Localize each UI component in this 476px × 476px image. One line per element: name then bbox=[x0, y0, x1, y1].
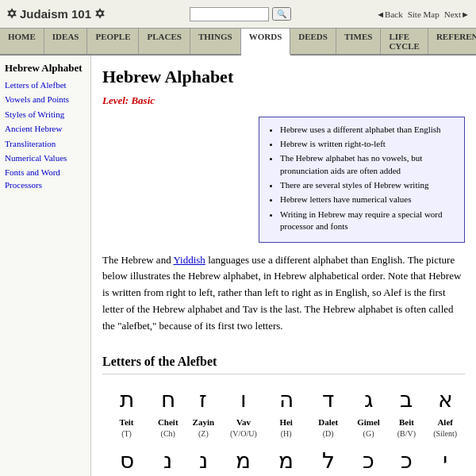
sidebar-link[interactable]: Letters of Alefbet bbox=[5, 79, 86, 91]
alefbet-cell: ד Dalet (D) bbox=[307, 381, 350, 442]
nav-item-places[interactable]: PLACES bbox=[139, 29, 190, 54]
hebrew-alphabet-table: ת Teit (T)ח Cheit (Ch)ז Zayin (Z)ו Vav bbox=[102, 381, 465, 476]
hebrew-char: נ bbox=[152, 444, 183, 476]
hebrew-char: ה bbox=[267, 383, 305, 416]
hebrew-char: מ bbox=[267, 444, 305, 476]
hebrew-char: ס bbox=[104, 444, 149, 476]
nav-item-words[interactable]: WORDS bbox=[241, 29, 291, 56]
nav-item-things[interactable]: THINGS bbox=[190, 29, 241, 54]
sidebar-heading: Hebrew Alphabet bbox=[5, 62, 86, 75]
hebrew-char: ד bbox=[309, 383, 348, 416]
nav-right: ◄Back Site Map Next► bbox=[376, 10, 470, 19]
alefbet-cell: ח Cheit (Ch) bbox=[151, 381, 185, 442]
alefbet-section: ת Teit (T)ח Cheit (Ch)ז Zayin (Z)ו Vav bbox=[102, 381, 465, 476]
alefbet-cell: כ Khaf (Kh) bbox=[350, 442, 388, 476]
letter-name: Teit bbox=[104, 416, 149, 428]
letter-trans: (D) bbox=[309, 428, 348, 440]
alefbet-section-title: Letters of the Alefbet bbox=[102, 352, 465, 374]
hebrew-char: ז bbox=[186, 383, 220, 416]
infobox-item: There are several styles of Hebrew writi… bbox=[280, 179, 456, 191]
hebrew-char: ו bbox=[223, 383, 263, 416]
top-bar: ✡ Judaism 101 ✡ 🔍 ◄Back Site Map Next► bbox=[0, 0, 476, 29]
letter-name: Vav bbox=[223, 416, 263, 428]
alefbet-cell: נ Nun (N) bbox=[185, 442, 221, 476]
alefbet-cell: נ Nun (N) bbox=[151, 442, 185, 476]
hebrew-char: כ bbox=[351, 444, 386, 476]
alefbet-cell: ב Beit (B/V) bbox=[387, 381, 425, 442]
letter-name: Dalet bbox=[309, 416, 348, 428]
alefbet-cell: ו Vav (V/O/U) bbox=[221, 381, 265, 442]
alefbet-cell: מ Mem (M) bbox=[266, 442, 307, 476]
yiddish-link[interactable]: Yiddish bbox=[173, 254, 205, 266]
search-area: 🔍 bbox=[190, 7, 291, 21]
back-link[interactable]: ◄Back bbox=[376, 10, 403, 19]
letter-trans: (T) bbox=[104, 428, 149, 440]
page-title: Hebrew Alphabet bbox=[102, 63, 465, 90]
infobox-item: Hebrew letters have numerical values bbox=[280, 194, 456, 205]
infobox-item: Writing in Hebrew may require a special … bbox=[280, 209, 456, 233]
hebrew-char: י bbox=[427, 444, 463, 476]
sidebar-link[interactable]: Fonts and Word Processors bbox=[5, 167, 86, 191]
hebrew-char: ג bbox=[351, 383, 386, 416]
letter-name: Alef bbox=[427, 416, 463, 428]
main-nav: HOMEIDEASPEOPLEPLACESTHINGSWORDSDEEDSTIM… bbox=[0, 29, 476, 56]
letter-trans: (B/V) bbox=[389, 428, 424, 440]
logo-star-right: ✡ bbox=[94, 6, 105, 21]
letter-trans: (G) bbox=[351, 428, 386, 440]
letter-trans: (Z) bbox=[186, 428, 220, 440]
level-label: Level: Basic bbox=[102, 93, 465, 109]
site-title[interactable]: Judaism 101 bbox=[20, 7, 91, 21]
hebrew-char: ח bbox=[152, 383, 183, 416]
nav-item-people[interactable]: PEOPLE bbox=[87, 29, 139, 54]
hebrew-char: ת bbox=[104, 383, 149, 416]
alefbet-cell: ז Zayin (Z) bbox=[185, 381, 221, 442]
letter-trans: (Ch) bbox=[152, 428, 183, 440]
main-content: Hebrew Alphabet Level: Basic Hebrew uses… bbox=[91, 56, 476, 476]
sidebar-link[interactable]: Transliteration bbox=[5, 138, 86, 150]
alefbet-cell: ל Lamed (L) bbox=[307, 442, 350, 476]
nav-item-deeds[interactable]: DEEDS bbox=[290, 29, 336, 54]
logo-star-left: ✡ bbox=[6, 6, 17, 21]
hebrew-char: א bbox=[427, 383, 463, 416]
alefbet-cell: ס Samekh (S) bbox=[102, 442, 151, 476]
sidebar-link[interactable]: Vowels and Points bbox=[5, 94, 86, 106]
letter-name: Beit bbox=[389, 416, 424, 428]
hebrew-char: מ bbox=[223, 444, 263, 476]
letter-trans: (V/O/U) bbox=[223, 428, 263, 440]
sitemap-link[interactable]: Site Map bbox=[408, 10, 440, 19]
intro-text: The Hebrew and Yiddish languages use a d… bbox=[102, 252, 465, 335]
sidebar: Hebrew Alphabet Letters of AlefbetVowels… bbox=[0, 56, 91, 476]
nav-item-reference[interactable]: REFERENCE bbox=[428, 29, 476, 54]
nav-item-life-cycle[interactable]: LIFE CYCLE bbox=[381, 29, 428, 54]
infobox-item: Hebrew uses a different alphabet than En… bbox=[280, 124, 456, 136]
hebrew-char: כ bbox=[389, 444, 424, 476]
sidebar-link[interactable]: Styles of Writing bbox=[5, 109, 86, 121]
search-input[interactable] bbox=[190, 7, 269, 21]
sidebar-link[interactable]: Numerical Values bbox=[5, 152, 86, 164]
next-link[interactable]: Next► bbox=[444, 10, 470, 19]
alefbet-cell: כ Kaf (K/Kh) bbox=[387, 442, 425, 476]
infobox-list: Hebrew uses a different alphabet than En… bbox=[267, 124, 456, 233]
alefbet-cell: א Alef (Silent) bbox=[425, 381, 465, 442]
sidebar-link[interactable]: Ancient Hebrew bbox=[5, 123, 86, 135]
letter-trans: (Silent) bbox=[427, 428, 463, 440]
nav-item-ideas[interactable]: IDEAS bbox=[44, 29, 88, 54]
content-area: Hebrew Alphabet Letters of AlefbetVowels… bbox=[0, 56, 476, 476]
letter-name: Cheit bbox=[152, 416, 183, 428]
letter-name: Hei bbox=[267, 416, 305, 428]
letter-name: Zayin bbox=[186, 416, 220, 428]
hebrew-char: נ bbox=[186, 444, 220, 476]
nav-item-home[interactable]: HOME bbox=[0, 29, 44, 54]
hebrew-char: ל bbox=[309, 444, 348, 476]
search-button[interactable]: 🔍 bbox=[272, 7, 291, 21]
infobox-item: The Hebrew alphabet has no vowels, but p… bbox=[280, 152, 456, 177]
info-box: Hebrew uses a different alphabet than En… bbox=[259, 117, 465, 243]
nav-item-times[interactable]: TIMES bbox=[336, 29, 381, 54]
alefbet-cell: ה Hei (H) bbox=[266, 381, 307, 442]
letter-name: Gimel bbox=[351, 416, 386, 428]
infobox-item: Hebrew is written right-to-left bbox=[280, 138, 456, 150]
logo-area: ✡ Judaism 101 ✡ bbox=[6, 6, 105, 21]
letter-trans: (H) bbox=[267, 428, 305, 440]
sidebar-links: Letters of AlefbetVowels and PointsStyle… bbox=[5, 79, 86, 191]
alefbet-cell: ת Teit (T) bbox=[102, 381, 151, 442]
